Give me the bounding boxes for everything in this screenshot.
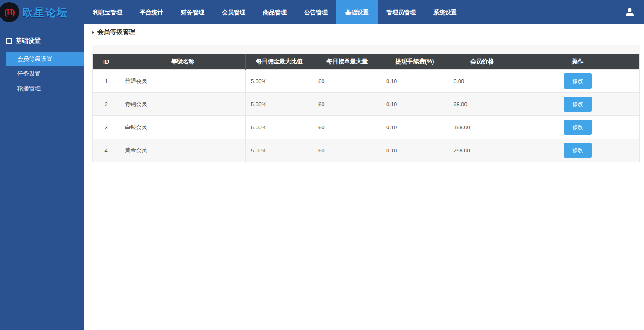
cell-level-name: 黄金会员 <box>120 139 246 162</box>
cell-member-price: 198.00 <box>448 116 516 139</box>
nav-item-system-settings[interactable]: 系统设置 <box>425 0 466 24</box>
col-header-member-price: 会员价格 <box>448 54 516 70</box>
nav-item-announcements[interactable]: 公告管理 <box>295 0 336 24</box>
cell-max-commission: 5.00% <box>246 139 313 162</box>
main-menu: 利息宝管理 平台统计 财务管理 会员管理 商品管理 公告管理 基础设置 管理员管… <box>84 0 466 24</box>
table-row: 4 黄金会员 5.00% 60 0.10 298.00 修改 <box>93 139 640 162</box>
table-row: 2 青铜会员 5.00% 60 0.10 98.00 修改 <box>93 93 640 116</box>
cell-max-orders: 60 <box>313 116 381 139</box>
cell-withdraw-fee: 0.10 <box>381 139 448 162</box>
user-icon[interactable] <box>625 7 635 17</box>
table-row: 1 普通会员 5.00% 60 0.10 0.00 修改 <box>93 70 640 93</box>
col-header-max-commission: 每日佣金最大比值 <box>246 54 313 70</box>
sidebar-section-label: 基础设置 <box>16 37 41 45</box>
cell-level-name: 白银会员 <box>120 116 246 139</box>
page-title: 会员等级管理 <box>97 28 135 36</box>
sidebar-section-basic-settings[interactable]: 基础设置 <box>0 37 84 45</box>
cell-id: 2 <box>93 93 120 116</box>
cell-level-name: 普通会员 <box>120 70 246 93</box>
collapse-minus-icon[interactable] <box>6 38 12 44</box>
table-header-row: ID 等级名称 每日佣金最大比值 每日接单最大量 提现手续费(%) 会员价格 操… <box>93 54 640 70</box>
nav-item-members[interactable]: 会员管理 <box>213 0 254 24</box>
nav-item-products[interactable]: 商品管理 <box>254 0 295 24</box>
nav-item-interest[interactable]: 利息宝管理 <box>84 0 131 24</box>
logo-monogram: (H) <box>5 8 14 17</box>
cell-member-price: 298.00 <box>448 139 516 162</box>
cell-id: 1 <box>93 70 120 93</box>
cell-max-orders: 60 <box>313 70 381 93</box>
edit-button[interactable]: 修改 <box>564 120 592 135</box>
cell-member-price: 0.00 <box>448 70 516 93</box>
navbar-right <box>625 0 644 24</box>
sidebar-item-task-settings[interactable]: 任务设置 <box>6 66 84 81</box>
cell-max-orders: 60 <box>313 93 381 116</box>
nav-item-admins[interactable]: 管理员管理 <box>378 0 425 24</box>
main-content: ▸ 会员等级管理 ID 等级名称 每日佣金最大比值 每日接单最大量 提现手续费(… <box>84 24 644 330</box>
cell-id: 3 <box>93 116 120 139</box>
col-header-actions: 操作 <box>516 54 640 70</box>
top-navbar: (H) 欧星论坛 利息宝管理 平台统计 财务管理 会员管理 商品管理 公告管理 … <box>0 0 644 24</box>
brand-name: 欧星论坛 <box>23 5 68 19</box>
nav-item-finance[interactable]: 财务管理 <box>172 0 213 24</box>
nav-item-basic-settings[interactable]: 基础设置 <box>336 0 378 24</box>
logo-icon: (H) <box>0 2 19 22</box>
nav-item-platform-stats[interactable]: 平台统计 <box>131 0 172 24</box>
cell-max-commission: 5.00% <box>246 93 313 116</box>
sidebar: 基础设置 会员等级设置 任务设置 轮播管理 <box>0 24 84 330</box>
cell-level-name: 青铜会员 <box>120 93 246 116</box>
cell-id: 4 <box>93 139 120 162</box>
member-level-panel: ID 等级名称 每日佣金最大比值 每日接单最大量 提现手续费(%) 会员价格 操… <box>92 45 640 162</box>
col-header-level-name: 等级名称 <box>120 54 246 70</box>
table-row: 3 白银会员 5.00% 60 0.10 198.00 修改 <box>93 116 640 139</box>
brand-logo[interactable]: (H) 欧星论坛 <box>0 0 84 24</box>
col-header-max-orders: 每日接单最大量 <box>313 54 381 70</box>
edit-button[interactable]: 修改 <box>564 97 592 112</box>
cell-max-orders: 60 <box>313 139 381 162</box>
edit-button[interactable]: 修改 <box>564 73 592 89</box>
toolbar-strip <box>92 45 640 54</box>
sidebar-item-carousel-management[interactable]: 轮播管理 <box>6 81 84 95</box>
cell-withdraw-fee: 0.10 <box>381 116 448 139</box>
cell-withdraw-fee: 0.10 <box>381 70 448 93</box>
cell-withdraw-fee: 0.10 <box>381 93 448 116</box>
col-header-withdraw-fee: 提现手续费(%) <box>381 54 448 70</box>
cell-max-commission: 5.00% <box>246 70 313 93</box>
cell-max-commission: 5.00% <box>246 116 313 139</box>
breadcrumb: ▸ 会员等级管理 <box>84 24 644 40</box>
breadcrumb-arrow-icon: ▸ <box>92 30 94 34</box>
col-header-id: ID <box>93 54 120 70</box>
cell-member-price: 98.00 <box>448 93 516 116</box>
sidebar-item-member-level-settings[interactable]: 会员等级设置 <box>6 52 84 66</box>
member-level-table: ID 等级名称 每日佣金最大比值 每日接单最大量 提现手续费(%) 会员价格 操… <box>92 54 640 162</box>
edit-button[interactable]: 修改 <box>564 143 592 158</box>
